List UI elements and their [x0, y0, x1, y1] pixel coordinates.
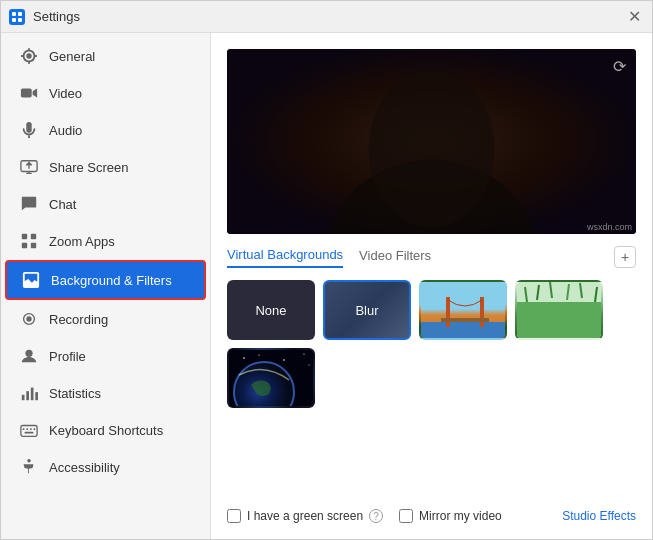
sidebar-item-share-screen-label: Share Screen [49, 160, 129, 175]
svg-rect-21 [26, 428, 28, 430]
background-none[interactable]: None [227, 280, 315, 340]
settings-window: Settings ✕ General Video [0, 0, 653, 540]
profile-icon [19, 346, 39, 366]
svg-rect-18 [35, 392, 38, 400]
svg-point-28 [369, 71, 495, 228]
svg-rect-9 [31, 234, 36, 239]
svg-rect-30 [421, 322, 507, 340]
share-screen-icon [19, 157, 39, 177]
background-blur-label: Blur [355, 303, 378, 318]
sidebar-item-background-filters[interactable]: Background & Filters [5, 260, 206, 300]
watermark: wsxdn.com [587, 222, 632, 232]
footer-row: I have a green screen ? Mirror my video … [227, 501, 636, 523]
background-none-label: None [255, 303, 286, 318]
svg-rect-5 [21, 89, 32, 98]
svg-point-43 [243, 357, 245, 359]
close-button[interactable]: ✕ [624, 7, 644, 27]
tab-virtual-backgrounds[interactable]: Virtual Backgrounds [227, 247, 343, 268]
green-screen-checkbox[interactable] [227, 509, 241, 523]
statistics-icon [19, 383, 39, 403]
sidebar-item-keyboard-shortcuts-label: Keyboard Shortcuts [49, 423, 163, 438]
sidebar-item-video[interactable]: Video [5, 75, 206, 111]
green-screen-label: I have a green screen [247, 509, 363, 523]
main-content: General Video Audio Share [1, 33, 652, 539]
window-title: Settings [33, 9, 80, 24]
tabs-row: Virtual Backgrounds Video Filters + [227, 246, 636, 268]
keyboard-shortcuts-icon [19, 420, 39, 440]
add-background-button[interactable]: + [614, 246, 636, 268]
sidebar-item-accessibility[interactable]: Accessibility [5, 449, 206, 485]
sidebar-item-chat[interactable]: Chat [5, 186, 206, 222]
sidebar: General Video Audio Share [1, 33, 211, 539]
sidebar-item-zoom-apps-label: Zoom Apps [49, 234, 115, 249]
svg-rect-2 [12, 18, 16, 22]
svg-rect-11 [31, 243, 36, 248]
sidebar-item-accessibility-label: Accessibility [49, 460, 120, 475]
svg-point-45 [283, 359, 285, 361]
svg-point-47 [309, 365, 310, 366]
background-grass[interactable] [515, 280, 603, 340]
background-golden-gate[interactable] [419, 280, 507, 340]
sidebar-item-profile[interactable]: Profile [5, 338, 206, 374]
svg-point-44 [258, 354, 259, 355]
sidebar-item-keyboard-shortcuts[interactable]: Keyboard Shortcuts [5, 412, 206, 448]
mirror-video-group: Mirror my video [399, 509, 502, 523]
background-filters-icon [21, 270, 41, 290]
chat-icon [19, 194, 39, 214]
background-earth[interactable] [227, 348, 315, 408]
svg-rect-16 [26, 391, 29, 400]
sidebar-item-statistics-label: Statistics [49, 386, 101, 401]
backgrounds-grid: None Blur [227, 280, 636, 408]
studio-effects-link[interactable]: Studio Effects [562, 509, 636, 523]
svg-rect-0 [12, 12, 16, 16]
camera-switch-icon[interactable]: ⟳ [613, 57, 626, 76]
titlebar: Settings ✕ [1, 1, 652, 33]
app-icon [9, 9, 25, 25]
sidebar-item-statistics[interactable]: Statistics [5, 375, 206, 411]
svg-point-4 [26, 53, 31, 58]
sidebar-item-recording-label: Recording [49, 312, 108, 327]
sidebar-item-general[interactable]: General [5, 38, 206, 74]
accessibility-icon [19, 457, 39, 477]
svg-rect-19 [21, 426, 37, 437]
svg-rect-22 [30, 428, 32, 430]
sidebar-item-profile-label: Profile [49, 349, 86, 364]
recording-icon [19, 309, 39, 329]
sidebar-item-general-label: General [49, 49, 95, 64]
sidebar-item-audio-label: Audio [49, 123, 82, 138]
svg-rect-10 [22, 243, 27, 248]
mirror-video-label: Mirror my video [419, 509, 502, 523]
svg-rect-3 [18, 18, 22, 22]
sidebar-item-recording[interactable]: Recording [5, 301, 206, 337]
sidebar-item-chat-label: Chat [49, 197, 76, 212]
video-preview: ⟳ wsxdn.com [227, 49, 636, 234]
green-screen-group: I have a green screen ? [227, 509, 383, 523]
svg-rect-35 [517, 302, 603, 340]
svg-rect-1 [18, 12, 22, 16]
svg-point-25 [27, 459, 31, 463]
svg-rect-20 [23, 428, 25, 430]
video-icon [19, 83, 39, 103]
svg-rect-33 [441, 318, 489, 322]
sidebar-item-video-label: Video [49, 86, 82, 101]
audio-icon [19, 120, 39, 140]
gear-icon [19, 46, 39, 66]
tabs-left: Virtual Backgrounds Video Filters [227, 247, 431, 268]
titlebar-left: Settings [9, 9, 80, 25]
sidebar-item-zoom-apps[interactable]: Zoom Apps [5, 223, 206, 259]
sidebar-item-share-screen[interactable]: Share Screen [5, 149, 206, 185]
background-blur[interactable]: Blur [323, 280, 411, 340]
svg-point-14 [25, 350, 32, 357]
svg-point-46 [303, 353, 304, 354]
sidebar-item-audio[interactable]: Audio [5, 112, 206, 148]
svg-point-13 [26, 316, 31, 321]
svg-rect-15 [22, 395, 25, 400]
svg-rect-17 [31, 388, 34, 401]
tab-video-filters[interactable]: Video Filters [359, 248, 431, 267]
svg-rect-23 [34, 428, 36, 430]
mirror-video-checkbox[interactable] [399, 509, 413, 523]
sidebar-item-background-filters-label: Background & Filters [51, 273, 172, 288]
svg-rect-24 [25, 432, 34, 434]
green-screen-help-icon[interactable]: ? [369, 509, 383, 523]
main-panel: ⟳ wsxdn.com Virtual Backgrounds Video Fi… [211, 33, 652, 539]
